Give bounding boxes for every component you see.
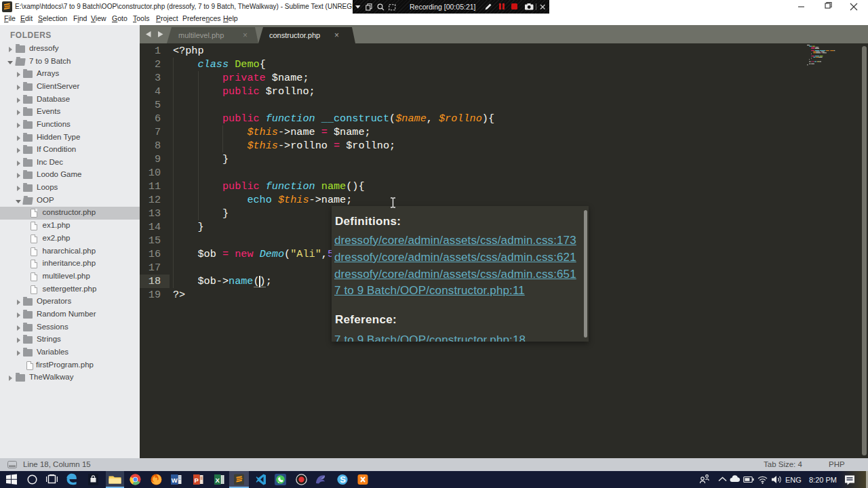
svg-text:W: W bbox=[172, 476, 178, 484]
svg-text:X: X bbox=[215, 476, 220, 484]
svg-text:P: P bbox=[195, 476, 199, 484]
svg-text:S: S bbox=[340, 474, 346, 485]
